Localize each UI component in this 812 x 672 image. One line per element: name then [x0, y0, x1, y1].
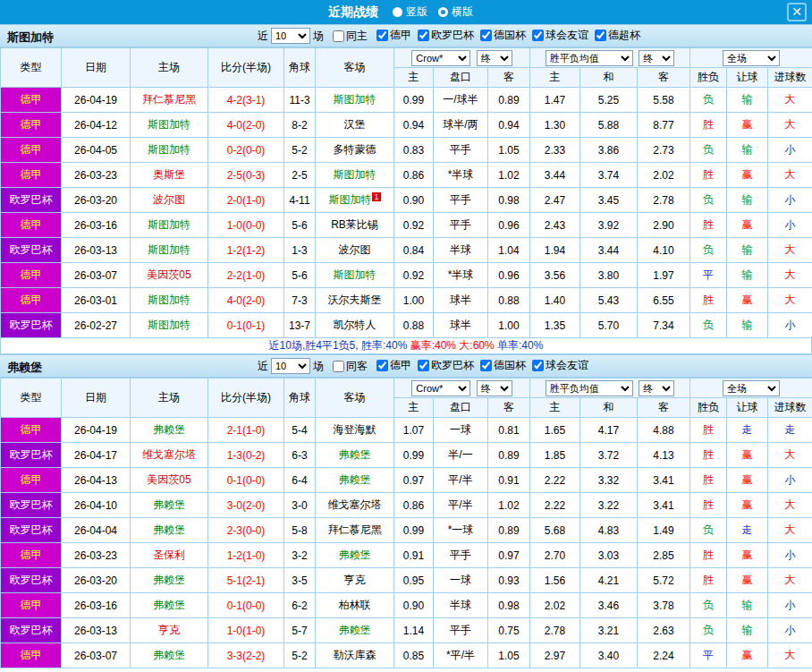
- result-goals-cell: 小: [768, 313, 812, 338]
- avg-group-header: 胜平负均值 终: [530, 48, 690, 68]
- layout-option-vertical[interactable]: 竖版: [393, 4, 427, 20]
- avg-away-odds-cell: 1.97: [638, 263, 690, 288]
- avg-stage-select-0[interactable]: 终: [639, 50, 674, 66]
- league-cell: 德甲: [1, 288, 62, 313]
- away-team-cell: 斯图加特: [316, 163, 394, 188]
- league-checkbox[interactable]: [376, 360, 388, 371]
- corner-cell: 5-7: [284, 618, 316, 643]
- avg-draw-odds-cell: 3.32: [580, 468, 638, 493]
- league-filter[interactable]: 欧罗巴杯: [411, 28, 474, 43]
- odds-home-cell: 0.90: [394, 593, 434, 618]
- col-handicap-result: 让球: [727, 398, 768, 418]
- avg-stage-select-1[interactable]: 终: [639, 380, 674, 396]
- league-cell: 德甲: [1, 113, 62, 138]
- odds-stage-select-0[interactable]: 终: [477, 50, 512, 66]
- league-filter[interactable]: 球会友谊: [526, 28, 588, 43]
- odds-away-cell: 1.04: [488, 238, 530, 263]
- league-filter[interactable]: 欧罗巴杯: [411, 358, 474, 373]
- col-home: 主场: [131, 48, 208, 88]
- result-handicap-cell: 输: [727, 593, 768, 618]
- league-cell: 欧罗巴杯: [1, 518, 62, 543]
- league-filter[interactable]: 德甲: [370, 28, 411, 43]
- away-team-cell: 多特蒙德: [316, 138, 394, 163]
- avg-draw-odds-cell: 3.03: [580, 543, 638, 568]
- same-venue-checkbox-0[interactable]: [333, 30, 344, 42]
- games-label: 场: [313, 29, 324, 44]
- corner-cell: 6-4: [284, 468, 316, 493]
- odds-home-cell: 0.86: [394, 163, 434, 188]
- league-checkbox[interactable]: [532, 30, 544, 41]
- col-handicap: 盘口: [434, 68, 488, 88]
- league-cell: 欧罗巴杯: [1, 568, 62, 593]
- score-cell: 4-2(3-1): [208, 88, 284, 113]
- date-cell: 26-03-20: [62, 188, 131, 213]
- layout-option-horizontal[interactable]: 横版: [438, 4, 473, 20]
- avg-select-0[interactable]: 胜平负均值: [546, 50, 633, 66]
- team-name: 美因茨05: [147, 473, 190, 486]
- focal-team-name: 弗赖堡: [153, 574, 185, 586]
- result-wdl-cell: 胜: [690, 113, 727, 138]
- avg-select-1[interactable]: 胜平负均值: [546, 380, 633, 396]
- corner-cell: 5-6: [284, 263, 316, 288]
- avg-draw-odds-cell: 3.22: [580, 493, 638, 518]
- result-wdl-cell: 胜: [690, 213, 727, 238]
- same-venue-filter-0[interactable]: 同主: [326, 29, 368, 44]
- score-cell: 1-3(0-2): [208, 443, 284, 468]
- odds-company-select-0[interactable]: Crow*: [411, 50, 470, 66]
- result-handicap-cell: 输: [727, 263, 768, 288]
- avg-home-odds-cell: 2.47: [530, 188, 580, 213]
- result-goals-cell: 小: [768, 188, 812, 213]
- focal-team-name: 弗赖堡: [153, 649, 185, 661]
- team-name: 波尔图: [153, 193, 185, 206]
- league-filter[interactable]: 德超杯: [588, 28, 640, 43]
- avg-home-odds-cell: 2.22: [530, 468, 580, 493]
- col-odds-away: 客: [488, 398, 530, 418]
- league-checkbox[interactable]: [595, 30, 606, 41]
- league-checkbox[interactable]: [376, 30, 388, 41]
- summary-segment: 大:60%: [459, 339, 497, 352]
- score-cell: 3-3(2-2): [208, 643, 284, 668]
- league-cell: 欧罗巴杯: [1, 238, 62, 263]
- league-checkbox[interactable]: [418, 30, 429, 41]
- home-team-cell: 圣保利: [131, 543, 208, 568]
- result-goals-cell: 小: [768, 213, 812, 238]
- league-checkbox[interactable]: [532, 360, 544, 371]
- period-select-0[interactable]: 全场: [723, 50, 780, 66]
- col-avg-away: 客: [638, 68, 690, 88]
- match-count-select-0[interactable]: 10: [271, 28, 310, 44]
- table-row: 德甲26-04-19弗赖堡2-1(1-0)5-4海登海默1.07一球0.811.…: [1, 418, 812, 443]
- period-group-header: 全场: [690, 379, 812, 398]
- team-name: 奥斯堡: [153, 168, 185, 181]
- corner-cell: 6-3: [284, 443, 316, 468]
- same-venue-checkbox-1[interactable]: [333, 361, 344, 372]
- team-name: 波尔图: [339, 243, 371, 256]
- match-count-select-1[interactable]: 10: [271, 358, 310, 374]
- avg-home-odds-cell: 2.78: [530, 618, 580, 643]
- league-filter[interactable]: 球会友谊: [526, 358, 588, 373]
- odds-stage-select-1[interactable]: 终: [477, 380, 512, 396]
- league-filter[interactable]: 德国杯: [474, 28, 526, 43]
- close-icon[interactable]: ✕: [787, 3, 807, 21]
- period-select-1[interactable]: 全场: [723, 380, 780, 396]
- odds-company-select-1[interactable]: Crow*: [411, 380, 470, 396]
- result-handicap-cell: 赢: [727, 288, 768, 313]
- col-avg-home: 主: [530, 68, 580, 88]
- same-venue-filter-1[interactable]: 同客: [326, 359, 368, 374]
- league-checkbox[interactable]: [418, 360, 429, 371]
- date-cell: 26-03-01: [62, 288, 131, 313]
- league-checkbox[interactable]: [480, 30, 492, 41]
- odds-away-cell: 1.05: [488, 643, 530, 668]
- league-filter[interactable]: 德甲: [370, 358, 411, 373]
- league-checkbox[interactable]: [480, 360, 492, 371]
- col-away: 客场: [316, 48, 394, 88]
- team-name: 拜仁慕尼黑: [142, 93, 196, 106]
- league-filter[interactable]: 德国杯: [474, 358, 526, 373]
- rows-0: 德甲26-04-19拜仁慕尼黑4-2(3-1)11-3斯图加特0.99一/球半0…: [1, 88, 812, 338]
- league-cell: 德甲: [1, 163, 62, 188]
- result-handicap-cell: 赢: [727, 543, 768, 568]
- focal-team-name: 弗赖堡: [153, 523, 185, 536]
- odds-away-cell: 0.89: [488, 88, 530, 113]
- team-name: 亨克: [158, 624, 180, 636]
- focal-team-name: 弗赖堡: [153, 423, 185, 436]
- col-wdl: 胜负: [690, 398, 727, 418]
